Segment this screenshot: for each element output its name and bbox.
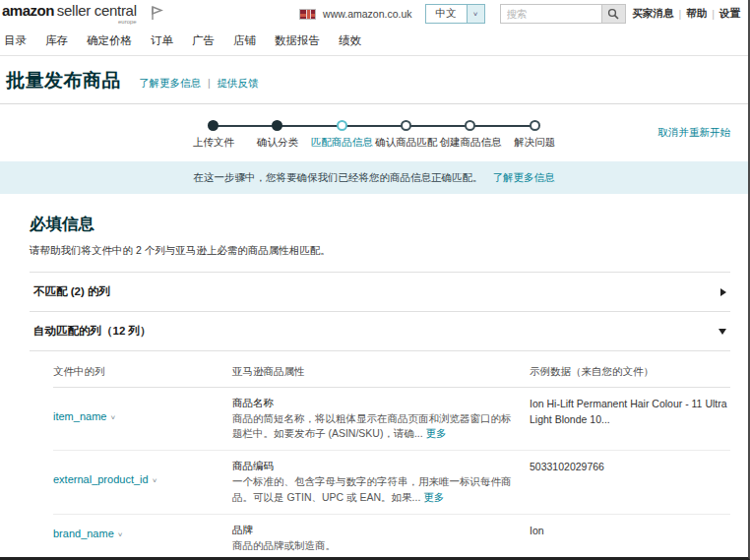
chevron-down-icon: ˅ [153, 476, 157, 485]
column-dropdown[interactable]: brand_name˅ [53, 528, 222, 539]
auto-matched-columns-accordion[interactable]: 自动匹配的列（12 列） [30, 312, 730, 351]
more-link[interactable]: 更多 [426, 427, 447, 439]
nav-item-pricing[interactable]: 确定价格 [87, 33, 132, 48]
step-match-product-info: 匹配商品信息 [310, 120, 374, 150]
chevron-down-icon: ˅ [467, 5, 484, 23]
step-confirm-category: 确认分类 [245, 120, 309, 150]
step-upload-file: 上传文件 [181, 120, 245, 150]
table-row-item-name: item_name˅ 商品名称 商品的简短名称，将以粗体显示在商品页面和浏览器窗… [53, 388, 730, 451]
more-link[interactable]: 更多 [423, 491, 444, 503]
progress-stepper: 上传文件 确认分类 匹配商品信息 确认商品匹配 创建商品信息 解决问题 取消并重… [0, 104, 748, 161]
main-nav: 目录 库存 确定价格 订单 广告 店铺 数据报告 绩效 [0, 28, 748, 56]
nav-item-catalog[interactable]: 目录 [4, 33, 27, 48]
buyer-messages-link[interactable]: 买家消息 [633, 7, 674, 21]
help-link[interactable]: 帮助 [686, 7, 707, 21]
nav-item-reports[interactable]: 数据报告 [275, 33, 320, 48]
table-row-external-product-id: external_product_id˅ 商品编码 一个标准的、包含字母与数字的… [53, 451, 730, 514]
settings-link[interactable]: 设置 [719, 7, 740, 21]
chevron-down-icon: ˅ [118, 530, 123, 539]
banner-text: 在这一步骤中，您将要确保我们已经将您的商品信息正确匹配。 [194, 171, 483, 185]
matched-columns-table: 文件中的列 亚马逊商品属性 示例数据（来自您的文件） item_name˅ 商品… [53, 355, 730, 560]
nav-item-stores[interactable]: 店铺 [233, 33, 256, 48]
info-banner: 在这一步骤中，您将要确保我们已经将您的商品信息正确匹配。 了解更多信息 [0, 161, 748, 194]
step-dot [530, 120, 540, 131]
nav-item-inventory[interactable]: 库存 [45, 33, 68, 48]
caret-down-icon [719, 329, 726, 335]
uk-flag-icon [299, 9, 316, 20]
unmatched-columns-accordion[interactable]: 不匹配 (2) 的列 [30, 273, 730, 312]
col-header-sample-data: 示例数据（来自您的文件） [530, 365, 730, 379]
language-selected-value: 中文 [426, 7, 467, 21]
feedback-link[interactable]: 提供反馈 [218, 77, 259, 89]
col-header-file-column: 文件中的列 [53, 365, 222, 379]
sample-data: Ion [530, 524, 730, 553]
nav-item-orders[interactable]: 订单 [151, 33, 173, 48]
page-title: 批量发布商品 [6, 68, 121, 93]
step-dot [401, 120, 411, 131]
chevron-down-icon: ˅ [110, 413, 115, 422]
search-input[interactable] [500, 4, 602, 24]
language-selector[interactable]: 中文 ˅ [425, 4, 485, 24]
logo-sellercentral-text: seller central [57, 3, 137, 18]
step-dot [337, 120, 347, 131]
step-confirm-match: 确认商品匹配 [374, 120, 438, 150]
step-dot [465, 120, 475, 131]
logo-amazon-text: amazon [2, 3, 54, 18]
section-description: 请帮助我们将文件中的 2 个列与亚马逊上必需的商品属性相匹配。 [30, 244, 730, 258]
nav-item-performance[interactable]: 绩效 [339, 33, 361, 48]
step-resolve-issues: 解决问题 [503, 120, 567, 150]
step-dot [208, 120, 219, 131]
step-dot [272, 120, 282, 131]
nav-item-advertising[interactable]: 广告 [192, 33, 215, 48]
caret-right-icon [720, 288, 726, 296]
section-heading: 必填信息 [30, 214, 730, 235]
pennant-flag-icon [151, 6, 164, 25]
seller-central-logo[interactable]: amazon seller central europe [2, 3, 137, 25]
search-icon [607, 8, 619, 20]
marketplace-url[interactable]: www.amazon.co.uk [323, 8, 411, 20]
step-create-product-info: 创建商品信息 [438, 120, 502, 150]
learn-more-link[interactable]: 了解更多信息 [139, 77, 201, 89]
table-row-brand-name: brand_name˅ 品牌 商品的品牌或制造商。 Ion [53, 515, 730, 560]
search-button[interactable] [602, 4, 626, 24]
sample-data: Ion Hi-Lift Permanent Hair Colour - 11 U… [530, 397, 730, 441]
column-dropdown[interactable]: external_product_id˅ [53, 473, 222, 485]
banner-learn-more-link[interactable]: 了解更多信息 [493, 171, 555, 185]
col-header-amazon-attr: 亚马逊商品属性 [232, 365, 520, 379]
top-header: amazon seller central europe www.amazon.… [0, 0, 748, 28]
cancel-restart-link[interactable]: 取消并重新开始 [658, 126, 731, 140]
logo-region-label: europe [54, 19, 137, 25]
sample-data: 5033102029766 [530, 460, 730, 504]
column-dropdown[interactable]: item_name˅ [53, 410, 222, 422]
